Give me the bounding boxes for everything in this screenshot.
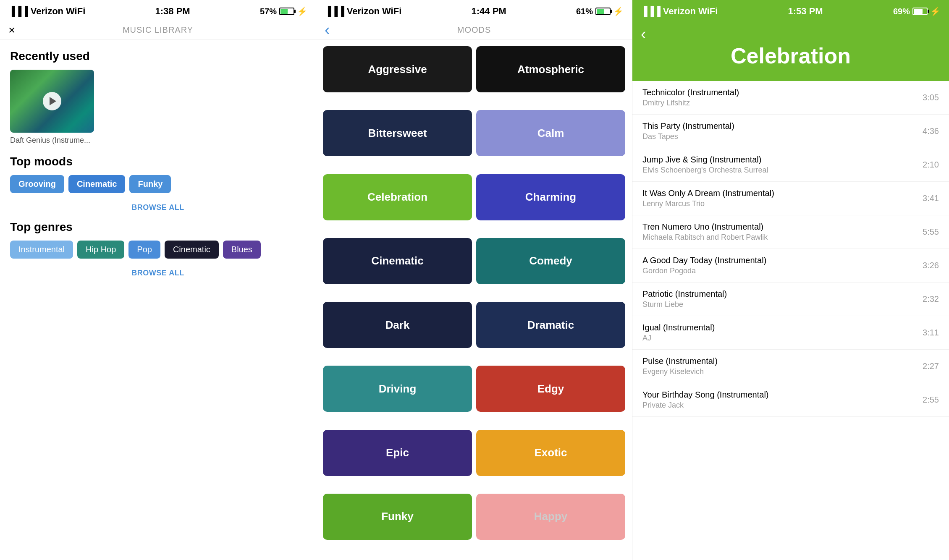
signal-icon-1: ▐▐▐: [8, 6, 28, 17]
charging-icon-2: ⚡: [613, 6, 624, 16]
wifi-icon-2: WiFi: [382, 6, 401, 17]
mood-tile-dark[interactable]: Dark: [323, 302, 472, 348]
track-list: Technicolor (Instrumental) Dmitry Lifshi…: [632, 81, 949, 560]
charging-icon-1: ⚡: [297, 6, 307, 16]
wifi-icon-3: WiFi: [698, 6, 718, 17]
music-library-panel: ▐▐▐ Verizon WiFi 1:38 PM 57% ⚡ × MUSIC L…: [0, 0, 316, 560]
track-item-6[interactable]: A Good Day Today (Instrumental) Gordon P…: [632, 249, 949, 283]
moods-grid: Aggressive Atmospheric Bittersweet Calm …: [316, 39, 632, 560]
track-item-9[interactable]: Pulse (Instrumental) Evgeny Kiselevich 2…: [632, 350, 949, 383]
track-item-4[interactable]: It Was Only A Dream (Instrumental) Lenny…: [632, 182, 949, 215]
thumbnail-label: Daft Genius (Instrume...: [10, 136, 306, 145]
nav-title-2: MOODS: [457, 25, 491, 35]
browse-all-genres[interactable]: BROWSE ALL: [10, 265, 306, 286]
carrier-1: Verizon: [31, 6, 63, 17]
thumbnail-overlay: [10, 70, 94, 133]
mood-tile-edgy[interactable]: Edgy: [476, 366, 625, 412]
status-right-3: 69% ⚡: [893, 6, 941, 16]
status-left-1: ▐▐▐ Verizon WiFi: [8, 6, 85, 17]
status-bar-2: ▐▐▐ Verizon WiFi 1:44 PM 61% ⚡: [316, 0, 632, 21]
status-bar-1: ▐▐▐ Verizon WiFi 1:38 PM 57% ⚡: [0, 0, 316, 21]
track-item-2[interactable]: This Party (Instrumental) Das Tapes 4:36: [632, 115, 949, 148]
carrier-3: Verizon: [663, 6, 696, 17]
genre-chip-instrumental[interactable]: Instrumental: [10, 241, 73, 259]
genre-chip-hiphop[interactable]: Hip Hop: [77, 241, 124, 259]
mood-tile-dramatic[interactable]: Dramatic: [476, 302, 625, 348]
time-2: 1:44 PM: [472, 6, 506, 17]
status-left-2: ▐▐▐ Verizon WiFi: [325, 6, 401, 17]
battery-icon-1: [279, 8, 294, 15]
track-item-7[interactable]: Patriotic (Instrumental) Sturm Liebe 2:3…: [632, 283, 949, 316]
panel1-content: Recently used Daft Genius (Instrume... T…: [0, 39, 316, 560]
nav-title-1: MUSIC LIBRARY: [123, 25, 193, 35]
track-item-8[interactable]: Igual (Instrumental) AJ 3:11: [632, 316, 949, 350]
genre-chip-blues[interactable]: Blues: [223, 241, 261, 259]
mood-tile-atmospheric[interactable]: Atmospheric: [476, 46, 625, 92]
mood-tile-celebration[interactable]: Celebration: [323, 174, 472, 220]
carrier-2: Verizon: [347, 6, 380, 17]
mood-chip-cinematic[interactable]: Cinematic: [68, 175, 126, 193]
video-thumbnail[interactable]: [10, 70, 94, 133]
genre-chip-cinematic[interactable]: Cinematic: [165, 241, 219, 259]
close-button[interactable]: ×: [8, 24, 15, 37]
track-item-10[interactable]: Your Birthday Song (Instrumental) Privat…: [632, 383, 949, 417]
celebration-title: Celebration: [641, 43, 941, 68]
battery-percent-1: 57%: [260, 7, 277, 16]
top-moods-title: Top moods: [10, 155, 306, 168]
track-item-3[interactable]: Jump Jive & Sing (Instrumental) Elvis Sc…: [632, 148, 949, 182]
back-button-3[interactable]: ‹: [641, 25, 941, 43]
nav-bar-2: ‹ MOODS: [316, 21, 632, 39]
play-triangle-icon: [50, 97, 56, 105]
mood-tile-charming[interactable]: Charming: [476, 174, 625, 220]
time-3: 1:53 PM: [788, 6, 823, 17]
mood-tile-calm[interactable]: Calm: [476, 110, 625, 156]
moods-panel: ▐▐▐ Verizon WiFi 1:44 PM 61% ⚡ ‹ MOODS A…: [316, 0, 632, 560]
track-item-5[interactable]: Tren Numero Uno (Instrumental) Michaela …: [632, 215, 949, 249]
battery-percent-3: 69%: [893, 7, 910, 16]
mood-tile-exotic[interactable]: Exotic: [476, 430, 625, 476]
battery-percent-2: 61%: [576, 7, 593, 16]
mood-tile-driving[interactable]: Driving: [323, 366, 472, 412]
mood-tile-epic[interactable]: Epic: [323, 430, 472, 476]
charging-icon-3: ⚡: [930, 6, 941, 16]
nav-bar-1: × MUSIC LIBRARY: [0, 21, 316, 39]
mood-tile-funky[interactable]: Funky: [323, 494, 472, 540]
battery-icon-3: [912, 8, 928, 15]
back-button-2[interactable]: ‹: [325, 21, 330, 39]
signal-icon-2: ▐▐▐: [325, 6, 344, 17]
status-bar-3: ▐▐▐ Verizon WiFi 1:53 PM 69% ⚡: [632, 0, 949, 21]
time-1: 1:38 PM: [155, 6, 190, 17]
status-right-1: 57% ⚡: [260, 6, 307, 16]
genre-chips: Instrumental Hip Hop Pop Cinematic Blues: [10, 241, 306, 259]
top-genres-title: Top genres: [10, 220, 306, 234]
mood-tile-cinematic[interactable]: Cinematic: [323, 238, 472, 284]
genre-chip-pop[interactable]: Pop: [128, 241, 160, 259]
mood-tile-comedy[interactable]: Comedy: [476, 238, 625, 284]
mood-tile-aggressive[interactable]: Aggressive: [323, 46, 472, 92]
celebration-panel: ▐▐▐ Verizon WiFi 1:53 PM 69% ⚡ ‹ Celebra…: [632, 0, 949, 560]
mood-chip-grooving[interactable]: Grooving: [10, 175, 64, 193]
battery-icon-2: [595, 8, 611, 15]
thumbnail-container: [10, 70, 306, 133]
wifi-icon-1: WiFi: [66, 6, 85, 17]
celebration-header: ‹ Celebration: [632, 21, 949, 81]
mood-tile-bittersweet[interactable]: Bittersweet: [323, 110, 472, 156]
status-right-2: 61% ⚡: [576, 6, 624, 16]
status-left-3: ▐▐▐ Verizon WiFi: [641, 6, 718, 17]
track-item-1[interactable]: Technicolor (Instrumental) Dmitry Lifshi…: [632, 81, 949, 115]
recently-used-title: Recently used: [10, 50, 306, 63]
mood-chip-funky[interactable]: Funky: [129, 175, 171, 193]
mood-chips: Grooving Cinematic Funky: [10, 175, 306, 193]
signal-icon-3: ▐▐▐: [641, 6, 661, 17]
mood-tile-happy[interactable]: Happy: [476, 494, 625, 540]
play-button[interactable]: [43, 92, 61, 110]
browse-all-moods[interactable]: BROWSE ALL: [10, 200, 306, 220]
